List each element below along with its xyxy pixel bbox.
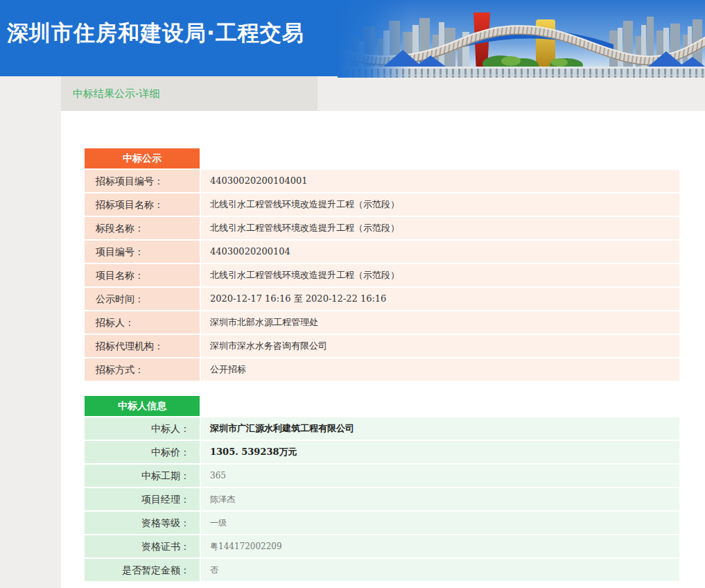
row-label: 招标方式： (85, 358, 200, 381)
row-label: 中标人： (85, 417, 200, 440)
row-value: 陈泽杰 (201, 488, 679, 510)
row-value: 44030020200104001 (201, 170, 679, 192)
row-value: 深圳市北部水源工程管理处 (201, 311, 679, 334)
row-label: 中标价： (85, 441, 200, 463)
site-title: 深圳市住房和建设局·工程交易 (7, 19, 304, 48)
main-content: 中标公示 招标项目编号： 44030020200104001 招标项目名称： 北… (61, 111, 705, 588)
row-value: 2020-12-17 16:16 至 2020-12-22 16:16 (201, 288, 679, 310)
table-row: 中标价： 1305. 539238万元 (85, 441, 679, 463)
row-value: 深圳市深水水务咨询有限公司 (201, 335, 679, 357)
table-row: 资格等级： 一级 (85, 512, 679, 534)
table-row: 项目名称： 北线引水工程管线环境改造提升工程（示范段） (85, 264, 679, 286)
row-label: 招标项目名称： (85, 193, 200, 216)
breadcrumb-tab[interactable]: 中标结果公示-详细 (61, 76, 317, 111)
table-row: 招标方式： 公开招标 (85, 358, 679, 381)
table-row: 招标代理机构： 深圳市深水水务咨询有限公司 (85, 335, 679, 357)
row-label: 资格证书： (85, 535, 200, 557)
row-value: 365 (201, 465, 679, 487)
row-value: 44030020200104 (201, 241, 679, 263)
detail-tables: 中标公示 招标项目编号： 44030020200104001 招标项目名称： 北… (85, 148, 679, 581)
row-label: 招标项目编号： (85, 170, 200, 192)
section-title-bid-announcement: 中标公示 (85, 148, 200, 168)
table-row: 公示时间： 2020-12-17 16:16 至 2020-12-22 16:1… (85, 288, 679, 310)
row-value: 公开招标 (201, 358, 679, 381)
row-label: 标段名称： (85, 217, 200, 239)
row-value: 北线引水工程管线环境改造提升工程（示范段） (201, 217, 679, 239)
page: 深圳市住房和建设局·工程交易 (0, 0, 705, 588)
table-row: 招标项目编号： 44030020200104001 (85, 170, 679, 192)
row-label: 招标代理机构： (85, 335, 200, 357)
site-header: 深圳市住房和建设局·工程交易 (0, 0, 705, 76)
section-bid-announcement: 中标公示 招标项目编号： 44030020200104001 招标项目名称： 北… (85, 148, 679, 381)
table-row: 项目经理： 陈泽杰 (85, 488, 679, 510)
row-label: 中标工期： (85, 465, 200, 487)
row-label: 是否暂定金额： (85, 559, 200, 581)
table-row: 项目编号： 44030020200104 (85, 241, 679, 263)
row-label: 资格等级： (85, 512, 200, 534)
row-value: 一级 (201, 512, 679, 534)
row-value: 1305. 539238万元 (201, 441, 679, 463)
row-value: 北线引水工程管线环境改造提升工程（示范段） (201, 264, 679, 286)
table-row: 标段名称： 北线引水工程管线环境改造提升工程（示范段） (85, 217, 679, 239)
breadcrumb-label: 中标结果公示-详细 (73, 87, 159, 101)
section-title-winner-info: 中标人信息 (85, 396, 200, 416)
table-row: 中标工期： 365 (85, 465, 679, 487)
row-label: 项目名称： (85, 264, 200, 286)
table-row: 招标人： 深圳市北部水源工程管理处 (85, 311, 679, 334)
table-row: 招标项目名称： 北线引水工程管线环境改造提升工程（示范段） (85, 193, 679, 216)
row-value: 深圳市广汇源水利建筑工程有限公司 (201, 417, 679, 440)
table-row: 是否暂定金额： 否 (85, 559, 679, 581)
row-value: 否 (201, 559, 679, 581)
tab-strip: 中标结果公示-详细 (0, 76, 705, 111)
section-winner-info: 中标人信息 中标人： 深圳市广汇源水利建筑工程有限公司 中标价： 1305. 5… (85, 396, 679, 581)
row-label: 招标人： (85, 311, 200, 334)
table-row: 资格证书： 粤144172002209 (85, 535, 679, 557)
row-label: 项目编号： (85, 241, 200, 263)
left-gutter (0, 76, 61, 588)
city-skyline-illustration (338, 0, 705, 78)
row-value: 北线引水工程管线环境改造提升工程（示范段） (201, 193, 679, 216)
table-row: 中标人： 深圳市广汇源水利建筑工程有限公司 (85, 417, 679, 440)
row-value: 粤144172002209 (201, 535, 679, 557)
row-label: 公示时间： (85, 288, 200, 310)
row-label: 项目经理： (85, 488, 200, 510)
